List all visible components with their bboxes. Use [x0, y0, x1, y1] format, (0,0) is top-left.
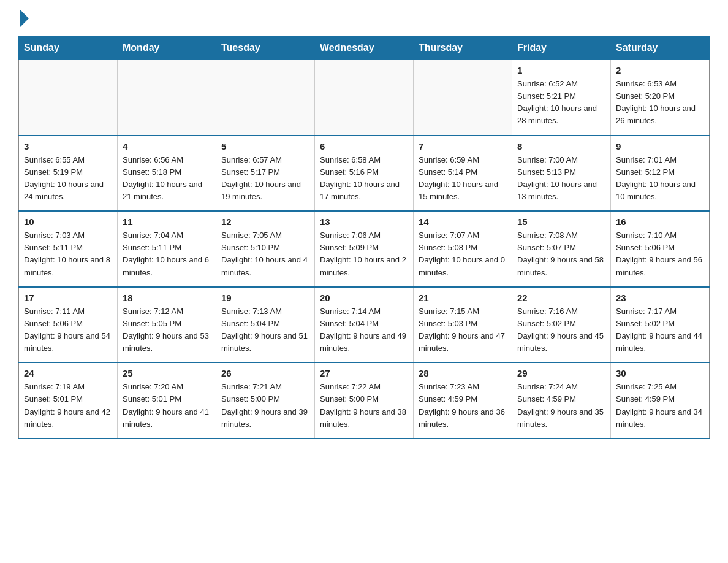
day-info: Sunrise: 7:08 AMSunset: 5:07 PMDaylight:…	[517, 229, 605, 279]
calendar-cell: 19Sunrise: 7:13 AMSunset: 5:04 PMDayligh…	[216, 287, 315, 363]
day-info: Sunrise: 7:05 AMSunset: 5:10 PMDaylight:…	[221, 229, 309, 279]
day-number: 8	[517, 141, 605, 151]
calendar-cell	[118, 60, 216, 136]
day-number: 14	[419, 216, 507, 227]
day-info: Sunrise: 7:22 AMSunset: 5:00 PMDaylight:…	[320, 381, 408, 431]
day-info: Sunrise: 7:20 AMSunset: 5:01 PMDaylight:…	[123, 381, 211, 431]
weekday-header-thursday: Thursday	[414, 36, 512, 60]
day-info: Sunrise: 7:10 AMSunset: 5:06 PMDaylight:…	[616, 229, 704, 279]
day-info: Sunrise: 6:57 AMSunset: 5:17 PMDaylight:…	[221, 154, 309, 204]
calendar-cell: 27Sunrise: 7:22 AMSunset: 5:00 PMDayligh…	[315, 362, 414, 439]
page-header	[18, 12, 710, 25]
calendar-cell: 7Sunrise: 6:59 AMSunset: 5:14 PMDaylight…	[414, 136, 512, 212]
day-info: Sunrise: 7:23 AMSunset: 4:59 PMDaylight:…	[419, 381, 507, 431]
day-info: Sunrise: 7:15 AMSunset: 5:03 PMDaylight:…	[419, 305, 507, 355]
calendar-cell: 4Sunrise: 6:56 AMSunset: 5:18 PMDaylight…	[118, 136, 216, 212]
calendar-cell: 28Sunrise: 7:23 AMSunset: 4:59 PMDayligh…	[414, 362, 512, 439]
day-number: 4	[123, 141, 211, 151]
calendar-week-row: 3Sunrise: 6:55 AMSunset: 5:19 PMDaylight…	[19, 136, 710, 212]
day-info: Sunrise: 7:16 AMSunset: 5:02 PMDaylight:…	[517, 305, 605, 355]
day-info: Sunrise: 6:58 AMSunset: 5:16 PMDaylight:…	[320, 154, 408, 204]
weekday-header-monday: Monday	[118, 36, 216, 60]
calendar-cell	[19, 60, 118, 136]
day-number: 29	[517, 368, 605, 378]
calendar-cell: 21Sunrise: 7:15 AMSunset: 5:03 PMDayligh…	[414, 287, 512, 363]
day-number: 9	[616, 141, 704, 151]
day-number: 25	[123, 368, 211, 378]
day-number: 23	[616, 293, 704, 303]
calendar-cell: 10Sunrise: 7:03 AMSunset: 5:11 PMDayligh…	[19, 211, 118, 287]
day-number: 16	[616, 216, 704, 227]
calendar-cell	[216, 60, 315, 136]
calendar-week-row: 10Sunrise: 7:03 AMSunset: 5:11 PMDayligh…	[19, 211, 710, 287]
day-number: 2	[616, 65, 704, 75]
day-number: 20	[320, 293, 408, 303]
calendar-cell: 1Sunrise: 6:52 AMSunset: 5:21 PMDaylight…	[512, 60, 611, 136]
calendar-cell: 15Sunrise: 7:08 AMSunset: 5:07 PMDayligh…	[512, 211, 611, 287]
calendar-cell: 8Sunrise: 7:00 AMSunset: 5:13 PMDaylight…	[512, 136, 611, 212]
day-number: 12	[221, 216, 309, 227]
day-info: Sunrise: 6:55 AMSunset: 5:19 PMDaylight:…	[24, 154, 112, 204]
day-number: 24	[24, 368, 112, 378]
calendar-cell: 3Sunrise: 6:55 AMSunset: 5:19 PMDaylight…	[19, 136, 118, 212]
day-info: Sunrise: 7:13 AMSunset: 5:04 PMDaylight:…	[221, 305, 309, 355]
calendar-table: SundayMondayTuesdayWednesdayThursdayFrid…	[18, 36, 710, 439]
day-number: 10	[24, 216, 112, 227]
calendar-cell	[315, 60, 414, 136]
day-number: 1	[517, 65, 605, 75]
day-number: 13	[320, 216, 408, 227]
day-info: Sunrise: 6:56 AMSunset: 5:18 PMDaylight:…	[123, 154, 211, 204]
calendar-cell: 2Sunrise: 6:53 AMSunset: 5:20 PMDaylight…	[611, 60, 710, 136]
calendar-cell: 16Sunrise: 7:10 AMSunset: 5:06 PMDayligh…	[611, 211, 710, 287]
calendar-cell: 18Sunrise: 7:12 AMSunset: 5:05 PMDayligh…	[118, 287, 216, 363]
day-info: Sunrise: 7:21 AMSunset: 5:00 PMDaylight:…	[221, 381, 309, 431]
day-info: Sunrise: 7:17 AMSunset: 5:02 PMDaylight:…	[616, 305, 704, 355]
calendar-cell	[414, 60, 512, 136]
day-number: 11	[123, 216, 211, 227]
weekday-header-sunday: Sunday	[19, 36, 118, 60]
day-number: 7	[419, 141, 507, 151]
weekday-header-row: SundayMondayTuesdayWednesdayThursdayFrid…	[19, 36, 710, 60]
calendar-body: 1Sunrise: 6:52 AMSunset: 5:21 PMDaylight…	[19, 60, 710, 439]
calendar-cell: 12Sunrise: 7:05 AMSunset: 5:10 PMDayligh…	[216, 211, 315, 287]
day-info: Sunrise: 7:04 AMSunset: 5:11 PMDaylight:…	[123, 229, 211, 279]
calendar-cell: 17Sunrise: 7:11 AMSunset: 5:06 PMDayligh…	[19, 287, 118, 363]
calendar-cell: 13Sunrise: 7:06 AMSunset: 5:09 PMDayligh…	[315, 211, 414, 287]
calendar-week-row: 1Sunrise: 6:52 AMSunset: 5:21 PMDaylight…	[19, 60, 710, 136]
logo-arrow-icon	[20, 10, 29, 27]
calendar-cell: 14Sunrise: 7:07 AMSunset: 5:08 PMDayligh…	[414, 211, 512, 287]
day-number: 27	[320, 368, 408, 378]
day-info: Sunrise: 7:12 AMSunset: 5:05 PMDaylight:…	[123, 305, 211, 355]
day-number: 19	[221, 293, 309, 303]
weekday-header-tuesday: Tuesday	[216, 36, 315, 60]
day-info: Sunrise: 7:07 AMSunset: 5:08 PMDaylight:…	[419, 229, 507, 279]
day-number: 5	[221, 141, 309, 151]
calendar-week-row: 24Sunrise: 7:19 AMSunset: 5:01 PMDayligh…	[19, 362, 710, 439]
day-number: 30	[616, 368, 704, 378]
day-number: 26	[221, 368, 309, 378]
day-info: Sunrise: 6:53 AMSunset: 5:20 PMDaylight:…	[616, 78, 704, 128]
day-number: 3	[24, 141, 112, 151]
calendar-cell: 23Sunrise: 7:17 AMSunset: 5:02 PMDayligh…	[611, 287, 710, 363]
day-info: Sunrise: 7:25 AMSunset: 4:59 PMDaylight:…	[616, 381, 704, 431]
logo	[18, 12, 29, 25]
calendar-cell: 29Sunrise: 7:24 AMSunset: 4:59 PMDayligh…	[512, 362, 611, 439]
day-info: Sunrise: 7:03 AMSunset: 5:11 PMDaylight:…	[24, 229, 112, 279]
weekday-header-friday: Friday	[512, 36, 611, 60]
day-number: 15	[517, 216, 605, 227]
weekday-header-saturday: Saturday	[611, 36, 710, 60]
calendar-cell: 20Sunrise: 7:14 AMSunset: 5:04 PMDayligh…	[315, 287, 414, 363]
day-number: 6	[320, 141, 408, 151]
day-number: 21	[419, 293, 507, 303]
calendar-cell: 6Sunrise: 6:58 AMSunset: 5:16 PMDaylight…	[315, 136, 414, 212]
day-number: 28	[419, 368, 507, 378]
calendar-cell: 5Sunrise: 6:57 AMSunset: 5:17 PMDaylight…	[216, 136, 315, 212]
day-info: Sunrise: 7:14 AMSunset: 5:04 PMDaylight:…	[320, 305, 408, 355]
calendar-cell: 26Sunrise: 7:21 AMSunset: 5:00 PMDayligh…	[216, 362, 315, 439]
day-info: Sunrise: 7:11 AMSunset: 5:06 PMDaylight:…	[24, 305, 112, 355]
day-info: Sunrise: 6:59 AMSunset: 5:14 PMDaylight:…	[419, 154, 507, 204]
calendar-cell: 11Sunrise: 7:04 AMSunset: 5:11 PMDayligh…	[118, 211, 216, 287]
day-info: Sunrise: 7:06 AMSunset: 5:09 PMDaylight:…	[320, 229, 408, 279]
calendar-header: SundayMondayTuesdayWednesdayThursdayFrid…	[19, 36, 710, 60]
day-info: Sunrise: 7:24 AMSunset: 4:59 PMDaylight:…	[517, 381, 605, 431]
